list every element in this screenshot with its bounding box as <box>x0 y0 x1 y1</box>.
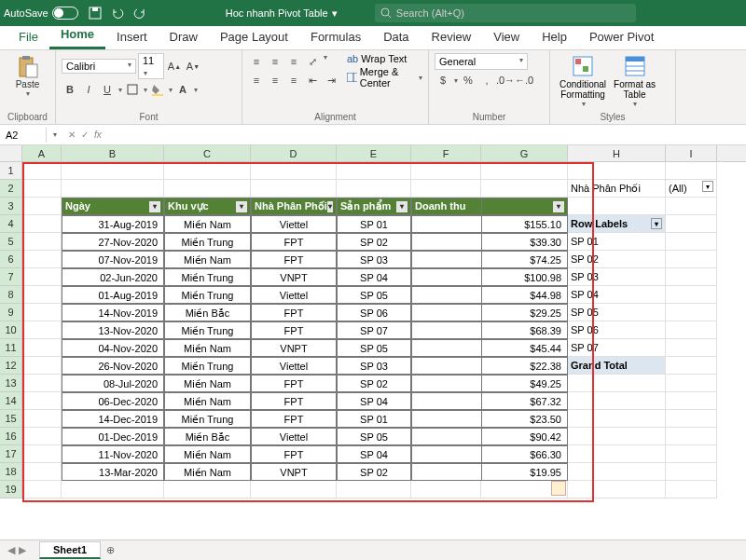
cell[interactable] <box>666 445 717 463</box>
cell[interactable] <box>411 180 481 198</box>
format-as-table-button[interactable]: Format as Table▾ <box>610 53 659 110</box>
cell[interactable]: Ngày▾ <box>62 198 164 215</box>
cell[interactable] <box>22 198 62 215</box>
tab-data[interactable]: Data <box>372 26 420 49</box>
row-header[interactable]: 16 <box>0 428 22 445</box>
cell[interactable]: 14-Dec-2019 <box>62 410 164 428</box>
cell[interactable]: SP 03 <box>337 251 411 268</box>
filter-dropdown-icon[interactable]: ▾ <box>396 201 408 212</box>
align-top-icon[interactable]: ≡ <box>248 53 265 70</box>
cell[interactable]: SP 04 <box>337 392 411 410</box>
decrease-decimal-icon[interactable]: ←.0 <box>516 72 532 89</box>
cell[interactable] <box>22 162 62 180</box>
cell[interactable] <box>411 251 481 268</box>
row-header[interactable]: 2 <box>0 180 22 198</box>
sheet-nav-next-icon[interactable]: ▶ <box>19 544 26 556</box>
cell[interactable]: VNPT <box>251 463 337 481</box>
cell[interactable]: 26-Nov-2020 <box>62 357 164 375</box>
cell[interactable] <box>666 321 717 339</box>
save-icon[interactable] <box>84 2 106 24</box>
cell[interactable]: SP 05 <box>568 304 666 321</box>
cell[interactable]: SP 03 <box>568 268 666 286</box>
search-box[interactable] <box>375 4 636 22</box>
decrease-font-icon[interactable]: A▼ <box>185 58 201 75</box>
cell[interactable] <box>22 304 62 321</box>
cell[interactable] <box>481 180 568 198</box>
cell[interactable] <box>411 286 481 304</box>
cell[interactable] <box>411 321 481 339</box>
cell[interactable]: FPT <box>251 445 337 463</box>
cell[interactable] <box>22 375 62 392</box>
cell[interactable] <box>568 481 666 499</box>
cell[interactable] <box>411 304 481 321</box>
font-size-select[interactable]: 11 ▾ <box>138 53 164 79</box>
cell[interactable] <box>666 392 717 410</box>
cell[interactable]: SP 05 <box>337 286 411 304</box>
cell[interactable] <box>666 428 717 445</box>
row-header[interactable]: 5 <box>0 233 22 251</box>
cell[interactable] <box>411 268 481 286</box>
filter-dropdown-icon[interactable]: ▾ <box>149 201 160 212</box>
row-header[interactable]: 8 <box>0 286 22 304</box>
cell[interactable] <box>22 357 62 375</box>
row-header[interactable]: 10 <box>0 321 22 339</box>
search-input[interactable] <box>396 7 630 19</box>
cell[interactable]: SP 06 <box>568 321 666 339</box>
tab-formulas[interactable]: Formulas <box>299 26 372 49</box>
cell[interactable] <box>568 410 666 428</box>
cell[interactable]: SP 02 <box>337 375 411 392</box>
cell[interactable]: 13-Nov-2020 <box>62 321 164 339</box>
cell[interactable]: SP 07 <box>337 321 411 339</box>
cell[interactable]: 27-Nov-2020 <box>62 233 164 251</box>
enter-formula-icon[interactable]: ✓ <box>81 130 89 140</box>
cell[interactable]: SP 04 <box>337 445 411 463</box>
increase-font-icon[interactable]: A▲ <box>166 58 183 75</box>
number-format-select[interactable]: General▾ <box>435 53 528 70</box>
cell[interactable]: Nhà Phân Phối <box>568 180 666 198</box>
column-header[interactable]: B <box>62 145 164 161</box>
column-header[interactable]: I <box>666 145 717 161</box>
cell[interactable] <box>22 321 62 339</box>
cell[interactable] <box>251 180 337 198</box>
filter-dropdown-icon[interactable]: ▾ <box>702 181 713 192</box>
column-header[interactable]: G <box>481 145 568 161</box>
tab-view[interactable]: View <box>482 26 531 49</box>
group-alignment[interactable]: Alignment <box>248 110 422 124</box>
cell[interactable]: $45.44 <box>481 339 568 357</box>
cell[interactable]: Miền Trung <box>164 286 251 304</box>
cell[interactable]: FPT <box>251 410 337 428</box>
cell[interactable]: $29.25 <box>481 304 568 321</box>
cell[interactable]: $68.39 <box>481 321 568 339</box>
cell[interactable]: Miền Trung <box>164 268 251 286</box>
cell[interactable]: 14-Nov-2019 <box>62 304 164 321</box>
tab-page-layout[interactable]: Page Layout <box>209 26 299 49</box>
cell[interactable]: Viettel <box>251 357 337 375</box>
underline-button[interactable]: U <box>99 81 116 98</box>
cell[interactable] <box>22 180 62 198</box>
font-color-button[interactable]: A <box>174 81 191 98</box>
cell[interactable]: SP 07 <box>568 339 666 357</box>
cell[interactable]: $44.98 <box>481 286 568 304</box>
cell[interactable] <box>22 286 62 304</box>
cell[interactable]: $67.32 <box>481 392 568 410</box>
cell[interactable]: $90.42 <box>481 428 568 445</box>
cell[interactable]: Miền Nam <box>164 463 251 481</box>
cell[interactable]: Sản phẩm▾ <box>337 198 411 215</box>
cell[interactable]: $22.38 <box>481 357 568 375</box>
cell[interactable] <box>22 410 62 428</box>
cell[interactable] <box>666 304 717 321</box>
cell[interactable]: $66.30 <box>481 445 568 463</box>
orientation-icon[interactable]: ⤢ <box>304 53 321 70</box>
cell[interactable]: SP 01 <box>337 410 411 428</box>
percent-button[interactable]: % <box>460 72 477 89</box>
group-number[interactable]: Number <box>435 110 544 124</box>
cell[interactable]: Miền Trung <box>164 410 251 428</box>
cell[interactable]: FPT <box>251 375 337 392</box>
cell[interactable] <box>22 392 62 410</box>
indent-increase-icon[interactable]: ⇥ <box>323 72 339 89</box>
cell[interactable] <box>22 481 62 499</box>
filter-dropdown-icon[interactable]: ▾ <box>327 201 333 212</box>
row-header[interactable]: 12 <box>0 357 22 375</box>
select-all-corner[interactable] <box>0 145 22 161</box>
tab-draw[interactable]: Draw <box>159 26 209 49</box>
